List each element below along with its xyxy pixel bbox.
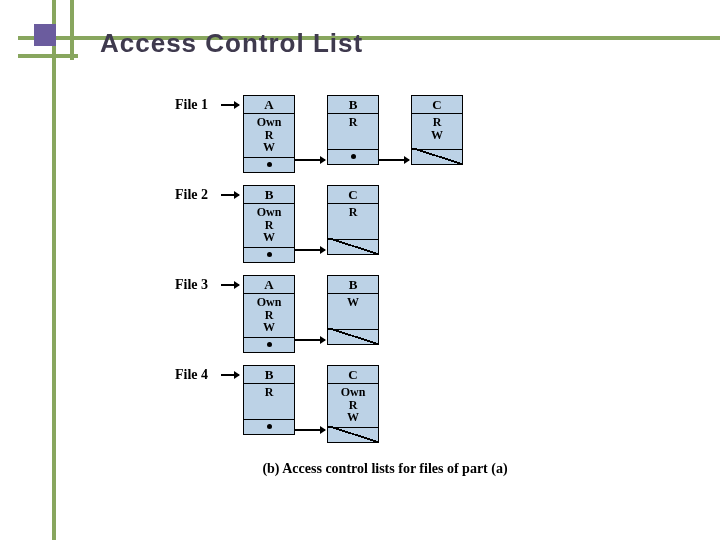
acl-perms: R xyxy=(244,384,294,420)
acl-next-ptr xyxy=(328,150,378,164)
diagram-caption: (b) Access control lists for files of pa… xyxy=(175,461,595,477)
file-label: File 2 xyxy=(175,187,208,203)
acl-perms: R W xyxy=(412,114,462,150)
acl-node: B Own R W xyxy=(243,185,295,263)
file-row: File 3 A Own R W B W xyxy=(175,275,595,365)
acl-perms: R xyxy=(328,204,378,240)
file-label: File 3 xyxy=(175,277,208,293)
acl-perms: Own R W xyxy=(244,204,294,248)
acl-perms: W xyxy=(328,294,378,330)
acl-diagram: File 1 A Own R W B R C R W File 2 B Own … xyxy=(175,95,595,477)
acl-perms: R xyxy=(328,114,378,150)
acl-user: C xyxy=(328,366,378,384)
arrow-icon xyxy=(295,339,325,341)
acl-null-ptr xyxy=(412,150,462,164)
acl-node: C R xyxy=(327,185,379,255)
acl-node: B R xyxy=(243,365,295,435)
acl-next-ptr xyxy=(244,158,294,172)
acl-user: C xyxy=(412,96,462,114)
acl-null-ptr xyxy=(328,330,378,344)
acl-perms: Own R W xyxy=(328,384,378,428)
file-label: File 4 xyxy=(175,367,208,383)
acl-null-ptr xyxy=(328,428,378,442)
acl-user: B xyxy=(244,186,294,204)
arrow-icon xyxy=(221,284,239,286)
acl-user: C xyxy=(328,186,378,204)
page-title: Access Control List xyxy=(100,28,363,59)
file-label: File 1 xyxy=(175,97,208,113)
acl-user: B xyxy=(328,276,378,294)
acl-node: C Own R W xyxy=(327,365,379,443)
acl-next-ptr xyxy=(244,338,294,352)
acl-node: C R W xyxy=(411,95,463,165)
acl-node: B R xyxy=(327,95,379,165)
acl-user: A xyxy=(244,276,294,294)
arrow-icon xyxy=(295,429,325,431)
arrow-icon xyxy=(295,249,325,251)
arrow-icon xyxy=(295,159,325,161)
acl-next-ptr xyxy=(244,248,294,262)
acl-user: B xyxy=(244,366,294,384)
acl-perms: Own R W xyxy=(244,114,294,158)
arrow-icon xyxy=(379,159,409,161)
file-row: File 4 B R C Own R W xyxy=(175,365,595,455)
acl-node: A Own R W xyxy=(243,95,295,173)
acl-node: B W xyxy=(327,275,379,345)
file-row: File 1 A Own R W B R C R W xyxy=(175,95,595,185)
arrow-icon xyxy=(221,194,239,196)
acl-node: A Own R W xyxy=(243,275,295,353)
acl-perms: Own R W xyxy=(244,294,294,338)
arrow-icon xyxy=(221,104,239,106)
acl-null-ptr xyxy=(328,240,378,254)
arrow-icon xyxy=(221,374,239,376)
acl-user: A xyxy=(244,96,294,114)
file-row: File 2 B Own R W C R xyxy=(175,185,595,275)
acl-next-ptr xyxy=(244,420,294,434)
acl-user: B xyxy=(328,96,378,114)
